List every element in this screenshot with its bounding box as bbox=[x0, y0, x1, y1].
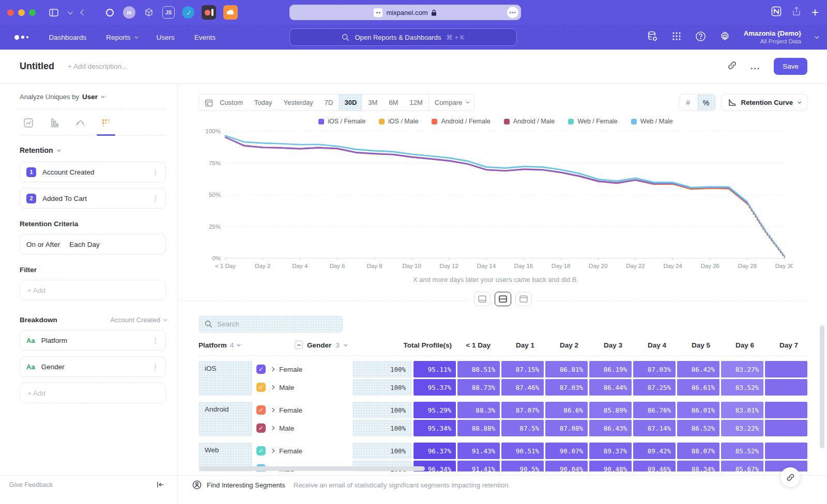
layout-table-only-icon[interactable] bbox=[515, 292, 532, 306]
column-header[interactable]: < 1 Day bbox=[452, 341, 496, 349]
retention-value-cell[interactable]: 89.46% bbox=[633, 461, 676, 471]
legend-item[interactable]: Android / Female bbox=[432, 118, 490, 125]
retention-value-cell[interactable]: 86.52% bbox=[677, 420, 719, 436]
retention-value-cell[interactable]: 88.34% bbox=[677, 461, 719, 471]
horizontal-scrollbar[interactable] bbox=[200, 466, 425, 471]
cloud-icon[interactable] bbox=[223, 5, 238, 20]
minimize-button[interactable] bbox=[18, 9, 25, 16]
account-switcher[interactable]: Amazonia {Demo} All Project Data bbox=[744, 29, 801, 45]
expand-chevron-icon[interactable] bbox=[270, 449, 274, 453]
criteria-mode[interactable]: On or After bbox=[26, 241, 60, 248]
give-feedback-link[interactable]: Give Feedback bbox=[9, 481, 53, 489]
retention-value-cell[interactable]: 96.37% bbox=[414, 443, 456, 459]
breakdown-platform[interactable]: Aa Platform ⋮ bbox=[20, 330, 166, 351]
retention-value-cell[interactable]: 87.15% bbox=[501, 361, 544, 377]
retention-value-cell[interactable]: 86.44% bbox=[589, 379, 632, 396]
expand-chevron-icon[interactable] bbox=[270, 367, 274, 371]
collapse-sidebar-icon[interactable] bbox=[157, 481, 164, 490]
account-chevron-icon[interactable] bbox=[815, 34, 819, 38]
platform-column-header[interactable]: Platform 4 bbox=[198, 341, 295, 349]
column-header[interactable]: Day 1 bbox=[496, 341, 540, 349]
retention-value-cell[interactable]: 95.34% bbox=[414, 420, 456, 436]
settings-gear-icon[interactable] bbox=[719, 31, 730, 44]
legend-item[interactable]: Web / Male bbox=[631, 118, 673, 125]
retention-value-cell[interactable]: 88.07% bbox=[677, 443, 719, 459]
retention-value-cell[interactable]: 88.88% bbox=[457, 420, 500, 436]
breakdown-gender[interactable]: Aa Gender ⋮ bbox=[20, 356, 166, 377]
table-search[interactable] bbox=[198, 316, 343, 333]
add-filter-button[interactable]: + Add bbox=[20, 280, 166, 301]
copy-link-icon[interactable] bbox=[727, 60, 737, 72]
retention-value-cell[interactable]: 83.27% bbox=[721, 361, 763, 377]
range-yesterday[interactable]: Yesterday bbox=[278, 94, 319, 111]
report-title[interactable]: Untitled bbox=[20, 61, 54, 72]
retention-value-cell[interactable]: 86.6% bbox=[545, 402, 588, 418]
retention-value-cell[interactable]: 88.73% bbox=[457, 379, 500, 396]
data-management-icon[interactable] bbox=[647, 30, 658, 44]
platform-cell[interactable]: Android bbox=[198, 402, 252, 436]
legend-item[interactable]: iOS / Male bbox=[379, 118, 418, 125]
retention-value-cell[interactable]: 83.01% bbox=[721, 402, 763, 418]
ring-icon[interactable] bbox=[103, 6, 116, 19]
record-icon[interactable] bbox=[202, 5, 216, 20]
address-bar[interactable]: mixpanel.com ••• bbox=[289, 5, 521, 20]
retention-value-cell[interactable]: 85.67% bbox=[721, 461, 763, 471]
series-checkbox[interactable]: ✓ bbox=[256, 383, 266, 392]
sidebar-toggle-icon[interactable] bbox=[49, 9, 58, 17]
gender-cell[interactable]: ✓Male bbox=[256, 379, 351, 396]
close-button[interactable] bbox=[7, 9, 14, 16]
retention-value-cell[interactable]: 86.81% bbox=[545, 361, 588, 377]
retention-value-cell[interactable]: 85.52% bbox=[721, 443, 763, 459]
add-breakdown-button[interactable]: + Add bbox=[20, 383, 166, 403]
step-kebab-icon[interactable]: ⋮ bbox=[152, 195, 159, 202]
retention-value-cell[interactable]: 87.5% bbox=[501, 420, 544, 436]
fullscreen-button[interactable] bbox=[29, 9, 36, 16]
global-search[interactable]: Open Reports & Dashboards ⌘ + K bbox=[289, 28, 517, 46]
tab-flows[interactable] bbox=[73, 117, 87, 129]
retention-value-cell[interactable]: 91.43% bbox=[457, 443, 500, 459]
retention-value-cell[interactable]: 85.89% bbox=[589, 402, 632, 418]
breakdown-kebab-icon[interactable]: ⋮ bbox=[152, 337, 159, 344]
series-checkbox[interactable]: ✓ bbox=[256, 405, 266, 415]
retention-value-cell[interactable]: 88.51% bbox=[457, 361, 500, 377]
retention-value-cell[interactable]: 87.25% bbox=[633, 379, 676, 396]
retention-value-cell[interactable]: 86.01% bbox=[677, 402, 719, 418]
retention-value-cell[interactable]: 87.03% bbox=[545, 379, 588, 396]
series-checkbox[interactable]: ✓ bbox=[256, 446, 266, 455]
retention-value-cell[interactable]: 83.52% bbox=[721, 379, 763, 396]
series-checkbox[interactable]: ✓ bbox=[256, 365, 266, 374]
nav-dashboards[interactable]: Dashboards bbox=[49, 34, 87, 41]
legend-item[interactable]: Android / Male bbox=[504, 118, 555, 125]
step-kebab-icon[interactable]: ⋮ bbox=[152, 168, 159, 176]
range-6m[interactable]: 6M bbox=[383, 94, 404, 111]
gender-cell[interactable]: ✓Male bbox=[256, 420, 351, 436]
retention-section-header[interactable]: Retention bbox=[20, 146, 166, 154]
retention-value-cell[interactable]: 87.46% bbox=[501, 379, 544, 396]
platform-cell[interactable]: iOS bbox=[198, 361, 252, 396]
help-icon[interactable] bbox=[695, 31, 706, 44]
gender-column-header[interactable]: − Gender 3 bbox=[295, 341, 392, 349]
series-checkbox[interactable]: ✓ bbox=[256, 423, 266, 433]
share-link-fab[interactable] bbox=[780, 467, 800, 487]
gender-cell[interactable]: ✓Female bbox=[256, 361, 351, 377]
retention-value-cell[interactable]: 83.22% bbox=[721, 420, 763, 436]
breakdown-scope-select[interactable]: Account Created bbox=[110, 316, 166, 324]
range-7d[interactable]: 7D bbox=[319, 94, 339, 111]
retention-value-cell[interactable]: 86.61% bbox=[677, 379, 719, 396]
layout-chart-only-icon[interactable] bbox=[474, 292, 491, 306]
find-segments-title[interactable]: Find Interesting Segments bbox=[207, 481, 285, 489]
tab-insights[interactable] bbox=[22, 117, 35, 129]
retention-value-cell[interactable]: 86.76% bbox=[633, 402, 676, 418]
range-30d[interactable]: 30D bbox=[339, 94, 362, 111]
gender-cell[interactable]: ✓Female bbox=[256, 443, 351, 459]
retention-value-cell[interactable]: 90.04% bbox=[545, 461, 588, 471]
chart-type-select[interactable]: Retention Curve bbox=[721, 94, 807, 111]
unit-number-toggle[interactable]: # bbox=[679, 94, 697, 111]
analyze-value[interactable]: User bbox=[82, 93, 98, 101]
retention-value-cell[interactable]: 90.51% bbox=[501, 443, 544, 459]
column-header[interactable]: Day 3 bbox=[584, 341, 627, 349]
retention-criteria-card[interactable]: On or After Each Day bbox=[20, 234, 166, 255]
range-3m[interactable]: 3M bbox=[362, 94, 383, 111]
nav-events[interactable]: Events bbox=[194, 34, 216, 41]
retention-value-cell[interactable]: 86.19% bbox=[589, 361, 632, 377]
